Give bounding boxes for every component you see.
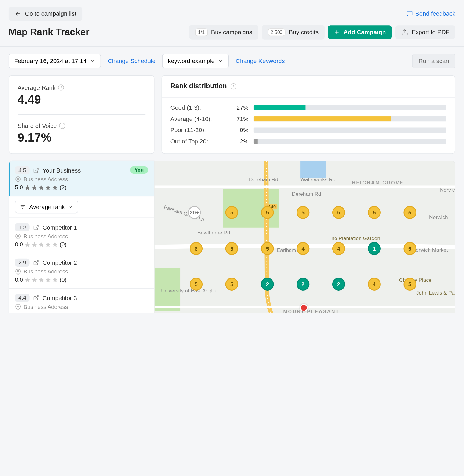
map-rank-pin[interactable]: 2 bbox=[261, 278, 274, 291]
list-item-rating: 5.0(1) bbox=[15, 312, 148, 313]
buy-campaigns-button[interactable]: 1/1 Buy campaigns bbox=[189, 25, 258, 40]
buy-campaigns-label: Buy campaigns bbox=[211, 29, 252, 36]
map-rank-pin[interactable]: 5 bbox=[403, 242, 416, 255]
chevron-down-icon bbox=[68, 204, 73, 209]
stats-card: Average Rank i 4.49 Share of Voice i 9.1… bbox=[9, 75, 155, 154]
map-rank-pin[interactable]: 4 bbox=[332, 242, 345, 255]
datetime-dropdown[interactable]: February 16, 2024 at 17:14 bbox=[9, 54, 101, 68]
map-rank-pin[interactable]: 5 bbox=[403, 278, 416, 291]
export-pdf-button[interactable]: Export to PDF bbox=[395, 25, 455, 39]
keyword-dropdown[interactable]: keyword example bbox=[162, 54, 229, 68]
title-actions: 1/1 Buy campaigns 2,500 Buy credits Add … bbox=[189, 25, 455, 40]
rank-chip: 4.5 bbox=[15, 166, 30, 174]
list-item-address: Business Address bbox=[15, 233, 148, 240]
map-rank-pin[interactable]: 5 bbox=[225, 278, 238, 291]
list-item-rating: 0.0(0) bbox=[15, 276, 148, 283]
info-icon[interactable]: i bbox=[230, 83, 236, 89]
info-icon[interactable]: i bbox=[58, 84, 64, 90]
run-scan-button[interactable]: Run a scan bbox=[412, 54, 455, 68]
map-rank-pin[interactable]: 5 bbox=[297, 206, 309, 219]
chat-icon bbox=[406, 10, 413, 17]
rank-bar-track bbox=[254, 105, 446, 110]
list-item[interactable]: 4.4 Competitor 3 Business Address 5.0(1) bbox=[9, 289, 154, 313]
rank-bar-track bbox=[254, 116, 446, 121]
map-rank-pin[interactable]: 5 bbox=[332, 206, 345, 219]
sov-value: 9.17% bbox=[18, 131, 145, 145]
star-icon bbox=[38, 277, 44, 283]
buy-campaigns-badge: 1/1 bbox=[195, 28, 208, 36]
list-item-address: Business Address bbox=[15, 176, 148, 183]
star-icon bbox=[45, 277, 51, 283]
center-marker bbox=[300, 304, 308, 312]
map-rank-pin[interactable]: 2 bbox=[297, 278, 309, 291]
rank-distribution-card: Rank distribution i Good (1-3): 27% Aver… bbox=[162, 75, 455, 154]
pin-icon bbox=[15, 304, 21, 310]
map-rank-pin[interactable]: 4 bbox=[297, 242, 309, 255]
map-rank-pin[interactable]: 5 bbox=[368, 206, 381, 219]
rank-row-label: Out of Top 20: bbox=[170, 138, 226, 145]
list-item-name: Competitor 2 bbox=[43, 259, 77, 266]
list-item[interactable]: 2.9 Competitor 2 Business Address 0.0(0) bbox=[9, 253, 154, 288]
map-label: Norwich bbox=[429, 214, 448, 220]
star-icon bbox=[52, 242, 58, 248]
external-link-icon[interactable] bbox=[33, 224, 39, 230]
change-schedule-link[interactable]: Change Schedule bbox=[108, 57, 156, 64]
map-rank-pin[interactable]: 5 bbox=[403, 206, 416, 219]
chevron-down-icon bbox=[90, 58, 95, 63]
rank-dist-row: Good (1-3): 27% bbox=[170, 104, 446, 111]
rank-dist-title: Rank distribution bbox=[170, 82, 227, 90]
rank-row-label: Poor (11-20): bbox=[170, 127, 226, 134]
back-button[interactable]: Go to campaign list bbox=[9, 7, 82, 21]
star-icon bbox=[24, 242, 30, 248]
info-icon[interactable]: i bbox=[59, 123, 65, 129]
list-item-rating: 5.0(2) bbox=[15, 184, 148, 191]
star-icon bbox=[31, 277, 37, 283]
sort-dropdown[interactable]: Average rank bbox=[15, 201, 78, 213]
feedback-link[interactable]: Send feedback bbox=[406, 10, 455, 17]
map-rank-pin[interactable]: 20+ bbox=[188, 206, 201, 219]
map-label: John Lewis & Par bbox=[416, 290, 455, 296]
list-item[interactable]: 1.2 Competitor 1 Business Address 0.0(0) bbox=[9, 218, 154, 253]
map-canvas[interactable]: Dereham RdWaterworks RdDereham RdHEIGHAM… bbox=[154, 161, 455, 313]
rank-dist-row: Out of Top 20: 2% bbox=[170, 138, 446, 145]
star-icon bbox=[31, 312, 37, 313]
rank-bar-track bbox=[254, 139, 446, 144]
list-item[interactable]: You 4.5 Your Business Business Address 5… bbox=[9, 161, 154, 196]
map-label: Dereham Rd bbox=[249, 176, 278, 182]
pin-icon bbox=[15, 269, 21, 275]
map-rank-pin[interactable]: 2 bbox=[332, 278, 345, 291]
map-rank-pin[interactable]: 4 bbox=[368, 278, 381, 291]
datetime-value: February 16, 2024 at 17:14 bbox=[14, 57, 87, 64]
map-rank-pin[interactable]: 5 bbox=[190, 278, 203, 291]
rank-bar-track bbox=[254, 128, 446, 133]
sov-label: Share of Voice i bbox=[18, 122, 145, 129]
star-icon bbox=[52, 277, 58, 283]
buy-credits-label: Buy credits bbox=[289, 29, 319, 36]
pin-icon bbox=[15, 233, 21, 239]
list-item-name: Competitor 1 bbox=[43, 224, 77, 231]
map-rank-pin[interactable]: 5 bbox=[225, 242, 238, 255]
keyword-value: keyword example bbox=[168, 57, 215, 64]
map-rank-pin[interactable]: 5 bbox=[225, 206, 238, 219]
map-label: University of East Anglia bbox=[161, 288, 217, 294]
external-link-icon[interactable] bbox=[33, 167, 39, 173]
star-icon bbox=[31, 242, 37, 248]
external-link-icon[interactable] bbox=[33, 259, 39, 265]
map-rank-pin[interactable]: 5 bbox=[261, 242, 274, 255]
list-item-address: Business Address bbox=[15, 268, 148, 275]
map-label: The Plantation Garden bbox=[328, 235, 380, 241]
list-item-address: Business Address bbox=[15, 303, 148, 310]
change-keywords-link[interactable]: Change Keywords bbox=[236, 57, 285, 64]
rank-row-pct: 27% bbox=[231, 104, 249, 111]
add-campaign-button[interactable]: Add Campaign bbox=[328, 25, 392, 39]
map-rank-pin[interactable]: 5 bbox=[261, 206, 274, 219]
buy-credits-button[interactable]: 2,500 Buy credits bbox=[262, 25, 325, 40]
map-rank-pin[interactable]: 6 bbox=[190, 242, 203, 255]
list-item-rating: 0.0(0) bbox=[15, 241, 148, 248]
map-rank-pin[interactable]: 1 bbox=[368, 242, 381, 255]
rank-chip: 2.9 bbox=[15, 259, 30, 267]
back-label: Go to campaign list bbox=[25, 10, 76, 17]
external-link-icon[interactable] bbox=[33, 295, 39, 301]
map-label: MOUNT PLEASANT bbox=[283, 309, 339, 313]
plus-icon bbox=[334, 29, 340, 35]
